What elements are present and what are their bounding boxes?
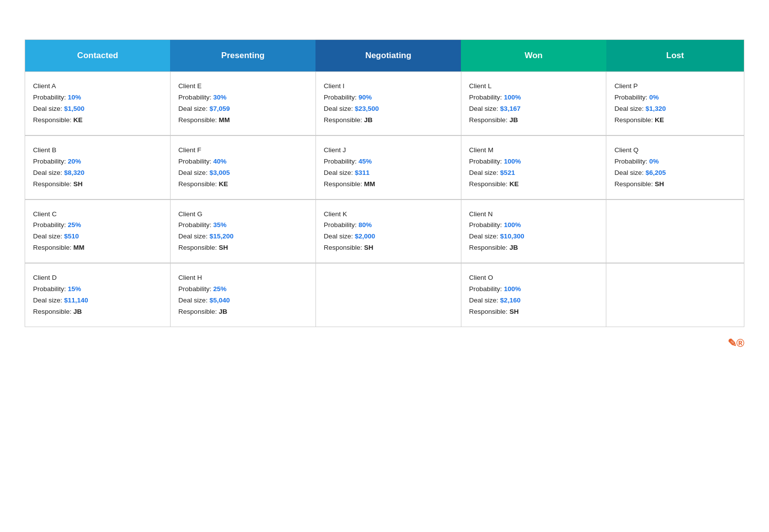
table-row: Client BProbability: 20%Deal size: $8,32… (25, 135, 171, 200)
deal-value: $6,205 (645, 169, 665, 176)
probability-value: 35% (213, 221, 226, 229)
responsible-value: SH (73, 180, 83, 188)
client-name: Client F (178, 146, 202, 154)
responsible-value: MM (219, 116, 230, 124)
column-header-presenting: Presenting (170, 40, 315, 72)
client-name: Client Q (614, 146, 638, 154)
table-row: Client GProbability: 35%Deal size: $15,2… (170, 200, 315, 264)
responsible-label: Responsible: (178, 116, 219, 124)
responsible-label: Responsible: (33, 180, 73, 188)
client-name: Client E (178, 82, 202, 90)
deal-value: $510 (64, 233, 79, 240)
deal-label: Deal size: (178, 105, 210, 112)
deal-value: $1,320 (645, 105, 665, 112)
table-row: Client AProbability: 10%Deal size: $1,50… (25, 72, 171, 135)
probability-label: Probability: (33, 285, 68, 293)
table-row (606, 200, 744, 264)
responsible-value: JB (73, 308, 82, 315)
probability-value: 90% (358, 94, 372, 101)
client-name: Client N (469, 210, 493, 218)
deal-value: $521 (500, 169, 515, 176)
deal-label: Deal size: (324, 233, 355, 240)
responsible-value: JB (509, 244, 518, 251)
table-row (315, 263, 461, 327)
probability-label: Probability: (469, 285, 504, 293)
table-row: Client PProbability: 0%Deal size: $1,320… (606, 72, 744, 135)
deal-value: $7,059 (210, 105, 230, 112)
probability-value: 0% (649, 94, 659, 101)
brand-logo: ✎® (25, 337, 744, 350)
client-name: Client M (469, 146, 494, 154)
probability-value: 15% (68, 285, 81, 293)
table-row (606, 263, 744, 327)
deal-label: Deal size: (33, 297, 64, 304)
responsible-value: KE (219, 180, 228, 188)
column-header-lost: Lost (606, 40, 744, 72)
probability-label: Probability: (178, 94, 213, 101)
responsible-value: JB (509, 116, 518, 124)
table-row: Client KProbability: 80%Deal size: $2,00… (315, 200, 461, 264)
responsible-label: Responsible: (469, 244, 510, 251)
client-name: Client K (324, 210, 347, 218)
responsible-label: Responsible: (614, 116, 655, 124)
table-row: Client QProbability: 0%Deal size: $6,205… (606, 135, 744, 200)
probability-label: Probability: (178, 285, 213, 293)
responsible-label: Responsible: (324, 180, 364, 188)
probability-value: 80% (358, 221, 372, 229)
table-row: Client NProbability: 100%Deal size: $10,… (461, 200, 606, 264)
deal-value: $8,320 (64, 169, 84, 176)
deal-value: $2,160 (500, 297, 521, 304)
probability-value: 25% (68, 221, 81, 229)
pipeline-table: ContactedPresentingNegotiatingWonLost Cl… (25, 39, 744, 327)
deal-value: $11,140 (64, 297, 88, 304)
responsible-value: JB (219, 308, 227, 315)
deal-label: Deal size: (178, 297, 210, 304)
probability-label: Probability: (469, 94, 504, 101)
responsible-label: Responsible: (469, 180, 510, 188)
responsible-label: Responsible: (33, 116, 73, 124)
deal-label: Deal size: (469, 233, 500, 240)
responsible-value: KE (509, 180, 519, 188)
probability-value: 0% (649, 158, 659, 165)
responsible-label: Responsible: (33, 308, 73, 315)
probability-label: Probability: (33, 94, 68, 101)
responsible-value: KE (655, 116, 664, 124)
table-row: Client CProbability: 25%Deal size: $510R… (25, 200, 171, 264)
probability-value: 100% (504, 285, 521, 293)
probability-value: 20% (68, 158, 81, 165)
responsible-value: SH (509, 308, 519, 315)
deal-value: $10,300 (500, 233, 524, 240)
probability-label: Probability: (33, 221, 68, 229)
client-name: Client C (33, 210, 57, 218)
responsible-label: Responsible: (469, 116, 510, 124)
table-row: Client DProbability: 15%Deal size: $11,1… (25, 263, 171, 327)
client-name: Client B (33, 146, 56, 154)
column-header-won: Won (461, 40, 606, 72)
deal-label: Deal size: (614, 169, 645, 176)
client-name: Client O (469, 274, 493, 281)
deal-label: Deal size: (614, 105, 645, 112)
client-name: Client I (324, 82, 345, 90)
deal-value: $2,000 (355, 233, 375, 240)
responsible-value: MM (73, 244, 85, 251)
table-row: Client IProbability: 90%Deal size: $23,5… (315, 72, 461, 135)
deal-value: $3,167 (500, 105, 521, 112)
probability-label: Probability: (33, 158, 68, 165)
probability-value: 30% (213, 94, 226, 101)
client-name: Client D (33, 274, 57, 281)
probability-value: 10% (68, 94, 81, 101)
deal-value: $15,200 (210, 233, 234, 240)
probability-label: Probability: (614, 158, 649, 165)
table-row: Client EProbability: 30%Deal size: $7,05… (170, 72, 315, 135)
client-name: Client J (324, 146, 346, 154)
client-name: Client L (469, 82, 492, 90)
probability-value: 40% (213, 158, 226, 165)
responsible-label: Responsible: (33, 244, 73, 251)
probability-value: 100% (504, 94, 521, 101)
probability-label: Probability: (469, 158, 504, 165)
deal-label: Deal size: (324, 169, 355, 176)
client-name: Client H (178, 274, 202, 281)
probability-label: Probability: (614, 94, 649, 101)
deal-label: Deal size: (469, 169, 500, 176)
deal-label: Deal size: (469, 297, 500, 304)
